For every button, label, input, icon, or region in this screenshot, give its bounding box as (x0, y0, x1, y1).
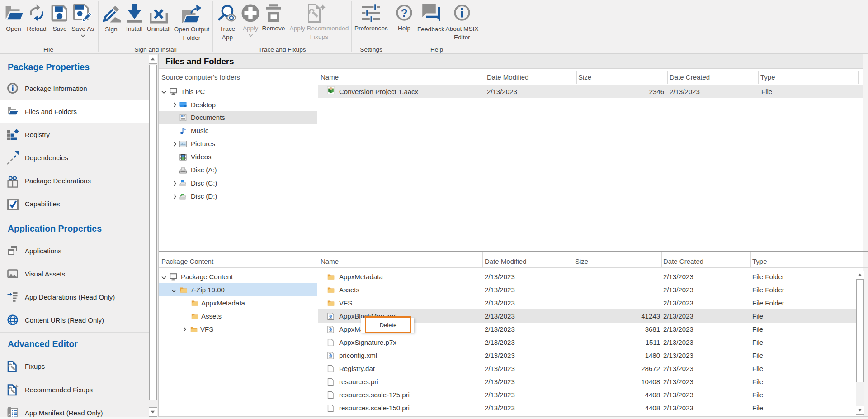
svg-text:?: ? (401, 7, 408, 19)
